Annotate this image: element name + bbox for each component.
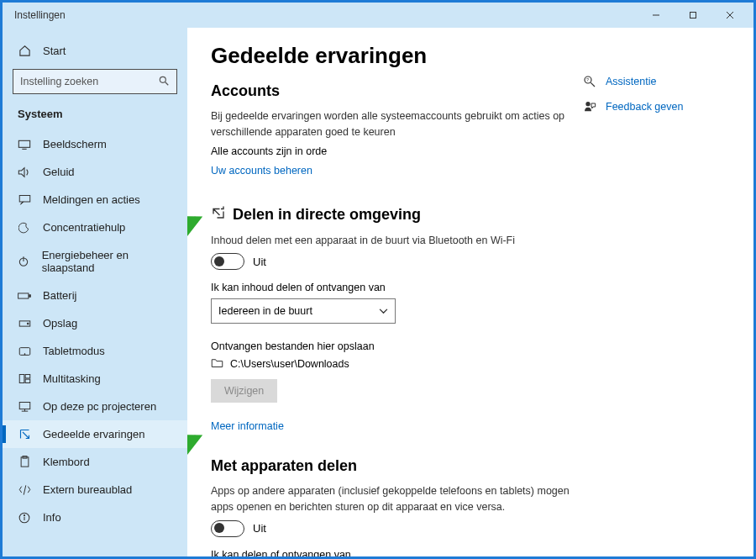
nearby-desc: Inhoud delen met een apparaat in de buur…: [211, 233, 582, 249]
svg-point-30: [585, 102, 590, 106]
annotation-arrow: [187, 431, 208, 465]
sidebar-item-label: Op deze pc projecteren: [43, 400, 156, 413]
svg-rect-1: [690, 13, 696, 18]
sidebar-item-battery[interactable]: Batterij: [3, 282, 187, 309]
svg-rect-6: [18, 140, 29, 147]
accounts-heading: Accounts: [211, 82, 582, 100]
nearby-from-label: Ik kan inhoud delen of ontvangen van: [211, 282, 582, 293]
sidebar-item-label: Klembord: [43, 456, 90, 468]
nearby-toggle-state: Uit: [253, 256, 266, 268]
sidebar-item-notifications[interactable]: Meldingen en acties: [3, 186, 187, 214]
nearby-heading: Delen in directe omgeving: [211, 205, 582, 224]
nearby-from-dropdown[interactable]: Iedereen in de buurt: [211, 298, 396, 324]
svg-rect-20: [25, 379, 30, 382]
nearby-from-value: Iedereen in de buurt: [218, 305, 312, 317]
svg-rect-19: [25, 375, 30, 378]
svg-rect-18: [19, 375, 24, 383]
sidebar-item-tablet[interactable]: Tabletmodus: [3, 337, 187, 365]
shared-icon: [18, 428, 31, 440]
help-link[interactable]: ? Assistentie: [582, 75, 733, 88]
info-icon: [18, 512, 31, 524]
change-folder-button[interactable]: Wijzigen: [211, 379, 277, 403]
across-toggle[interactable]: [211, 520, 244, 537]
svg-line-5: [165, 82, 169, 85]
svg-line-28: [591, 82, 595, 87]
home-button[interactable]: Start: [3, 40, 187, 69]
nearby-share-icon: [211, 205, 226, 224]
chevron-down-icon: [379, 305, 388, 317]
sidebar-item-focus[interactable]: Concentratiehulp: [3, 214, 187, 241]
feedback-icon: [582, 100, 597, 113]
sound-icon: [18, 166, 31, 178]
across-from-label: Ik kan delen of ontvangen van: [211, 549, 582, 556]
folder-icon: [211, 357, 223, 371]
sidebar-item-shared[interactable]: Gedeelde ervaringen: [3, 420, 187, 448]
sidebar-item-label: Meldingen en acties: [43, 193, 140, 206]
close-button[interactable]: [711, 3, 748, 27]
svg-text:?: ?: [586, 77, 589, 82]
svg-marker-8: [18, 167, 24, 177]
multitask-icon: [18, 373, 31, 384]
annotation-arrow: [187, 213, 208, 246]
window-title: Instellingen: [14, 9, 66, 21]
more-info-link[interactable]: Meer informatie: [211, 420, 284, 432]
save-path: C:\Users\user\Downloads: [230, 358, 349, 370]
focus-icon: [18, 222, 31, 234]
accounts-desc: Bij gedeelde ervaringen worden alle syst…: [211, 108, 582, 140]
across-desc: Apps op andere apparaten (inclusief geko…: [211, 483, 582, 515]
maximize-button[interactable]: [675, 3, 711, 27]
sidebar-item-display[interactable]: Beeldscherm: [3, 130, 187, 158]
sidebar-item-clipboard[interactable]: Klembord: [3, 448, 187, 476]
svg-line-32: [187, 438, 197, 456]
battery-icon: [18, 292, 31, 300]
save-location-label: Ontvangen bestanden hier opslaan: [211, 340, 582, 352]
sidebar-item-label: Concentratiehulp: [43, 221, 125, 234]
svg-rect-12: [18, 293, 29, 298]
sidebar-item-label: Tabletmodus: [43, 345, 105, 357]
svg-rect-21: [19, 403, 30, 409]
svg-rect-13: [29, 294, 31, 296]
across-toggle-state: Uit: [253, 522, 266, 535]
search-input-wrapper[interactable]: [13, 69, 177, 94]
sidebar-item-sound[interactable]: Geluid: [3, 158, 187, 186]
sidebar-item-storage[interactable]: Opslag: [3, 309, 187, 337]
sidebar-item-about[interactable]: Info: [3, 504, 187, 531]
svg-rect-9: [19, 196, 30, 203]
home-label: Start: [43, 45, 66, 57]
search-input[interactable]: [20, 76, 158, 87]
search-icon: [158, 75, 170, 89]
remote-icon: [18, 484, 31, 496]
power-icon: [18, 256, 30, 267]
feedback-label: Feedback geven: [606, 101, 683, 113]
sidebar-item-label: Extern bureaublad: [43, 483, 132, 496]
sidebar-item-label: Multitasking: [43, 372, 101, 385]
help-icon: ?: [582, 75, 597, 88]
feedback-link[interactable]: Feedback geven: [582, 100, 733, 113]
sidebar-item-project[interactable]: Op deze pc projecteren: [3, 393, 187, 420]
tablet-icon: [18, 346, 31, 356]
notifications-icon: [18, 194, 31, 205]
sidebar-item-label: Beeldscherm: [43, 138, 107, 150]
home-icon: [18, 45, 31, 57]
sidebar-item-label: Gedeelde ervaringen: [43, 428, 144, 440]
sidebar-item-label: Opslag: [43, 317, 77, 330]
minimize-button[interactable]: [638, 3, 675, 27]
storage-icon: [18, 319, 31, 329]
svg-line-31: [187, 219, 197, 238]
sidebar-item-label: Batterij: [43, 289, 76, 302]
svg-point-4: [160, 76, 165, 82]
project-icon: [18, 401, 31, 412]
nearby-toggle[interactable]: [211, 253, 244, 270]
accounts-status: Alle accounts zijn in orde: [211, 145, 582, 157]
svg-point-15: [27, 323, 29, 324]
sidebar-item-power[interactable]: Energiebeheer en slaapstand: [3, 241, 187, 282]
sidebar-item-remote[interactable]: Extern bureaublad: [3, 476, 187, 504]
sidebar-item-label: Info: [43, 511, 61, 524]
sidebar-group-title: Systeem: [3, 108, 187, 130]
manage-accounts-link[interactable]: Uw accounts beheren: [211, 165, 312, 177]
sidebar-item-multitask[interactable]: Multitasking: [3, 365, 187, 393]
sidebar-item-label: Energiebeheer en slaapstand: [42, 249, 172, 274]
display-icon: [18, 140, 31, 150]
clipboard-icon: [18, 456, 31, 468]
page-title: Gedeelde ervaringen: [211, 43, 582, 69]
